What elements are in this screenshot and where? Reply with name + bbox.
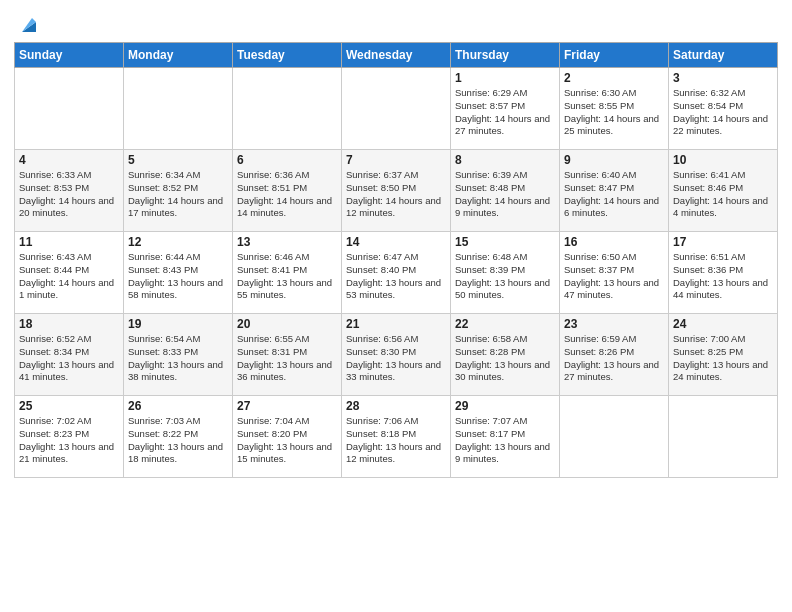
calendar-cell: 15Sunrise: 6:48 AM Sunset: 8:39 PM Dayli…: [451, 232, 560, 314]
calendar-cell: 16Sunrise: 6:50 AM Sunset: 8:37 PM Dayli…: [560, 232, 669, 314]
weekday-header: Saturday: [669, 43, 778, 68]
day-number: 8: [455, 153, 555, 167]
day-detail: Sunrise: 6:54 AM Sunset: 8:33 PM Dayligh…: [128, 333, 228, 384]
day-detail: Sunrise: 6:34 AM Sunset: 8:52 PM Dayligh…: [128, 169, 228, 220]
day-detail: Sunrise: 6:39 AM Sunset: 8:48 PM Dayligh…: [455, 169, 555, 220]
day-detail: Sunrise: 6:43 AM Sunset: 8:44 PM Dayligh…: [19, 251, 119, 302]
day-detail: Sunrise: 7:04 AM Sunset: 8:20 PM Dayligh…: [237, 415, 337, 466]
day-detail: Sunrise: 6:59 AM Sunset: 8:26 PM Dayligh…: [564, 333, 664, 384]
calendar-cell: 29Sunrise: 7:07 AM Sunset: 8:17 PM Dayli…: [451, 396, 560, 478]
day-detail: Sunrise: 6:40 AM Sunset: 8:47 PM Dayligh…: [564, 169, 664, 220]
calendar-header-row: SundayMondayTuesdayWednesdayThursdayFrid…: [15, 43, 778, 68]
calendar-cell: 12Sunrise: 6:44 AM Sunset: 8:43 PM Dayli…: [124, 232, 233, 314]
logo-icon: [18, 14, 40, 36]
day-detail: Sunrise: 6:58 AM Sunset: 8:28 PM Dayligh…: [455, 333, 555, 384]
day-detail: Sunrise: 7:00 AM Sunset: 8:25 PM Dayligh…: [673, 333, 773, 384]
calendar-cell: [560, 396, 669, 478]
day-detail: Sunrise: 6:50 AM Sunset: 8:37 PM Dayligh…: [564, 251, 664, 302]
calendar-cell: 9Sunrise: 6:40 AM Sunset: 8:47 PM Daylig…: [560, 150, 669, 232]
calendar-cell: [669, 396, 778, 478]
calendar-cell: 17Sunrise: 6:51 AM Sunset: 8:36 PM Dayli…: [669, 232, 778, 314]
day-detail: Sunrise: 6:46 AM Sunset: 8:41 PM Dayligh…: [237, 251, 337, 302]
calendar-cell: 18Sunrise: 6:52 AM Sunset: 8:34 PM Dayli…: [15, 314, 124, 396]
day-number: 9: [564, 153, 664, 167]
day-detail: Sunrise: 6:37 AM Sunset: 8:50 PM Dayligh…: [346, 169, 446, 220]
calendar-cell: 19Sunrise: 6:54 AM Sunset: 8:33 PM Dayli…: [124, 314, 233, 396]
day-number: 15: [455, 235, 555, 249]
weekday-header: Sunday: [15, 43, 124, 68]
day-number: 6: [237, 153, 337, 167]
day-number: 23: [564, 317, 664, 331]
day-detail: Sunrise: 6:29 AM Sunset: 8:57 PM Dayligh…: [455, 87, 555, 138]
day-number: 26: [128, 399, 228, 413]
day-detail: Sunrise: 6:55 AM Sunset: 8:31 PM Dayligh…: [237, 333, 337, 384]
day-detail: Sunrise: 6:56 AM Sunset: 8:30 PM Dayligh…: [346, 333, 446, 384]
weekday-header: Tuesday: [233, 43, 342, 68]
day-number: 2: [564, 71, 664, 85]
logo: [14, 14, 40, 36]
calendar-cell: [15, 68, 124, 150]
calendar-cell: 10Sunrise: 6:41 AM Sunset: 8:46 PM Dayli…: [669, 150, 778, 232]
day-detail: Sunrise: 6:47 AM Sunset: 8:40 PM Dayligh…: [346, 251, 446, 302]
calendar-cell: 24Sunrise: 7:00 AM Sunset: 8:25 PM Dayli…: [669, 314, 778, 396]
calendar-cell: 8Sunrise: 6:39 AM Sunset: 8:48 PM Daylig…: [451, 150, 560, 232]
day-number: 1: [455, 71, 555, 85]
calendar-cell: 27Sunrise: 7:04 AM Sunset: 8:20 PM Dayli…: [233, 396, 342, 478]
calendar-week-row: 4Sunrise: 6:33 AM Sunset: 8:53 PM Daylig…: [15, 150, 778, 232]
calendar-table: SundayMondayTuesdayWednesdayThursdayFrid…: [14, 42, 778, 478]
weekday-header: Monday: [124, 43, 233, 68]
day-number: 24: [673, 317, 773, 331]
day-detail: Sunrise: 7:06 AM Sunset: 8:18 PM Dayligh…: [346, 415, 446, 466]
day-number: 19: [128, 317, 228, 331]
day-number: 18: [19, 317, 119, 331]
calendar-cell: [124, 68, 233, 150]
day-number: 17: [673, 235, 773, 249]
calendar-cell: 23Sunrise: 6:59 AM Sunset: 8:26 PM Dayli…: [560, 314, 669, 396]
day-detail: Sunrise: 6:51 AM Sunset: 8:36 PM Dayligh…: [673, 251, 773, 302]
calendar-cell: 20Sunrise: 6:55 AM Sunset: 8:31 PM Dayli…: [233, 314, 342, 396]
day-number: 27: [237, 399, 337, 413]
calendar-cell: 13Sunrise: 6:46 AM Sunset: 8:41 PM Dayli…: [233, 232, 342, 314]
day-detail: Sunrise: 7:03 AM Sunset: 8:22 PM Dayligh…: [128, 415, 228, 466]
day-number: 22: [455, 317, 555, 331]
day-detail: Sunrise: 6:33 AM Sunset: 8:53 PM Dayligh…: [19, 169, 119, 220]
calendar-cell: 7Sunrise: 6:37 AM Sunset: 8:50 PM Daylig…: [342, 150, 451, 232]
day-detail: Sunrise: 7:07 AM Sunset: 8:17 PM Dayligh…: [455, 415, 555, 466]
day-number: 29: [455, 399, 555, 413]
calendar-cell: 21Sunrise: 6:56 AM Sunset: 8:30 PM Dayli…: [342, 314, 451, 396]
day-detail: Sunrise: 6:52 AM Sunset: 8:34 PM Dayligh…: [19, 333, 119, 384]
day-number: 11: [19, 235, 119, 249]
day-number: 28: [346, 399, 446, 413]
calendar-week-row: 11Sunrise: 6:43 AM Sunset: 8:44 PM Dayli…: [15, 232, 778, 314]
day-number: 10: [673, 153, 773, 167]
header: [14, 10, 778, 36]
weekday-header: Friday: [560, 43, 669, 68]
day-number: 20: [237, 317, 337, 331]
day-detail: Sunrise: 6:41 AM Sunset: 8:46 PM Dayligh…: [673, 169, 773, 220]
day-number: 4: [19, 153, 119, 167]
day-number: 13: [237, 235, 337, 249]
day-number: 21: [346, 317, 446, 331]
day-number: 14: [346, 235, 446, 249]
day-number: 25: [19, 399, 119, 413]
day-number: 12: [128, 235, 228, 249]
calendar-cell: 3Sunrise: 6:32 AM Sunset: 8:54 PM Daylig…: [669, 68, 778, 150]
calendar-cell: 11Sunrise: 6:43 AM Sunset: 8:44 PM Dayli…: [15, 232, 124, 314]
day-number: 3: [673, 71, 773, 85]
calendar-week-row: 25Sunrise: 7:02 AM Sunset: 8:23 PM Dayli…: [15, 396, 778, 478]
calendar-week-row: 18Sunrise: 6:52 AM Sunset: 8:34 PM Dayli…: [15, 314, 778, 396]
calendar-cell: [233, 68, 342, 150]
day-detail: Sunrise: 6:48 AM Sunset: 8:39 PM Dayligh…: [455, 251, 555, 302]
day-number: 5: [128, 153, 228, 167]
day-number: 16: [564, 235, 664, 249]
calendar-cell: 2Sunrise: 6:30 AM Sunset: 8:55 PM Daylig…: [560, 68, 669, 150]
calendar-cell: 5Sunrise: 6:34 AM Sunset: 8:52 PM Daylig…: [124, 150, 233, 232]
weekday-header: Thursday: [451, 43, 560, 68]
day-detail: Sunrise: 6:36 AM Sunset: 8:51 PM Dayligh…: [237, 169, 337, 220]
day-detail: Sunrise: 7:02 AM Sunset: 8:23 PM Dayligh…: [19, 415, 119, 466]
calendar-cell: 22Sunrise: 6:58 AM Sunset: 8:28 PM Dayli…: [451, 314, 560, 396]
calendar-cell: 4Sunrise: 6:33 AM Sunset: 8:53 PM Daylig…: [15, 150, 124, 232]
day-detail: Sunrise: 6:32 AM Sunset: 8:54 PM Dayligh…: [673, 87, 773, 138]
calendar-cell: 25Sunrise: 7:02 AM Sunset: 8:23 PM Dayli…: [15, 396, 124, 478]
calendar-cell: 6Sunrise: 6:36 AM Sunset: 8:51 PM Daylig…: [233, 150, 342, 232]
